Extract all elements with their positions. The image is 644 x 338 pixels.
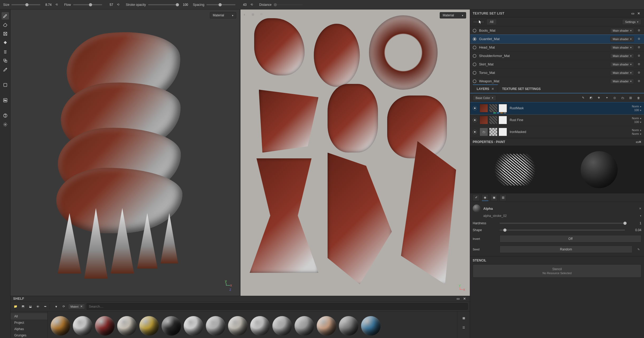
shelf-tag-close-icon[interactable]: ✕ (80, 305, 83, 308)
shelf-category[interactable]: Project (11, 320, 47, 326)
visibility-toggle-icon[interactable] (473, 37, 476, 41)
texture-set-item[interactable]: Weapon_Mat Main shader ▾ ⚙ (470, 77, 644, 84)
layer-mask-thumb[interactable] (489, 128, 498, 136)
help-icon[interactable] (2, 112, 9, 119)
projection-tool-icon[interactable] (2, 30, 9, 37)
brush-tool-icon[interactable] (2, 12, 9, 20)
shader-dropdown[interactable]: Main shader ▾ (610, 28, 634, 33)
vp-warning-icon[interactable]: ▲ (242, 11, 247, 17)
eraser-tool-icon[interactable] (2, 21, 9, 28)
3d-viewport[interactable]: Material ▾ y └─x z (11, 9, 240, 296)
props-close-icon[interactable]: ✕ (639, 140, 641, 144)
tsl-solo-tab[interactable] (473, 21, 484, 23)
material-thumbnail[interactable] (317, 316, 336, 336)
layer-name[interactable]: RustMask (510, 106, 629, 110)
2d-viewport[interactable]: ▲ ▦ ⟳ Material ▾ y└─x (240, 9, 470, 296)
tsl-all-tab[interactable]: All (486, 19, 497, 25)
shelf-send-icon[interactable]: ➥ (42, 304, 48, 310)
material-thumbnail[interactable] (228, 316, 248, 336)
shelf-hide-icon[interactable]: 👁 (35, 304, 41, 310)
tsl-settings-dropdown[interactable]: Settings▾ (622, 19, 641, 25)
shape-slider[interactable]: Shape 0.04 (473, 227, 641, 234)
material-thumbnail[interactable] (51, 316, 70, 336)
spacing-track[interactable] (206, 4, 235, 5)
clone-tool-icon[interactable] (2, 57, 9, 64)
layer-row[interactable]: Rust Fine Norm▾ 100▾ (470, 114, 644, 126)
smudge-tool-icon[interactable] (2, 48, 9, 55)
props-undock-icon[interactable]: ▭ (636, 140, 639, 144)
layer-mask-thumb[interactable] (489, 104, 498, 112)
shelf-list-view-icon[interactable]: ☰ (460, 324, 467, 331)
vp-grid-icon[interactable]: ▦ (250, 11, 256, 17)
shelf-undock-icon[interactable]: ▭ (456, 296, 461, 301)
shelf-import-icon[interactable]: ⬒ (20, 304, 26, 310)
layer-mask-thumb[interactable] (489, 116, 498, 124)
shader-dropdown[interactable]: Main shader ▾ (610, 45, 634, 50)
tab-close-icon[interactable]: ✕ (491, 87, 494, 91)
stencil-slot[interactable]: Stencil No Resource Selected (473, 264, 641, 278)
panel-undock-icon[interactable]: ▭ (630, 11, 636, 16)
layer-smart-icon[interactable]: ◎ (612, 95, 618, 101)
texture-set-settings-icon[interactable]: ⚙ (637, 62, 641, 67)
layer-name[interactable]: IronMasked (510, 130, 629, 134)
material-thumbnail[interactable] (184, 316, 203, 336)
visibility-toggle-icon[interactable] (473, 63, 476, 66)
layer-opacity[interactable]: 100▾ (634, 120, 641, 123)
flow-link-icon[interactable]: ⟲ (115, 2, 121, 8)
shelf-grid-view-icon[interactable]: ▦ (460, 314, 467, 322)
layer-thumb[interactable] (480, 116, 488, 124)
texture-set-settings-icon[interactable]: ⚙ (637, 45, 641, 50)
shader-dropdown[interactable]: Main shader ▾ (610, 79, 634, 84)
shelf-refresh-icon[interactable]: ⟳ (61, 304, 67, 310)
layer-mask-thumb[interactable] (499, 116, 507, 124)
layer-effect-icon[interactable]: ✎ (580, 95, 586, 101)
seed-edit-icon[interactable]: ✎ (636, 248, 641, 251)
settings-icon[interactable] (2, 121, 9, 128)
layer-visibility-icon[interactable] (473, 106, 477, 110)
layer-mask-thumb[interactable] (499, 104, 507, 112)
invert-toggle[interactable]: Off (500, 235, 641, 242)
texture-set-item[interactable]: ShoulderArmor_Mat Main shader ▾ ⚙ (470, 52, 644, 60)
material-thumbnail[interactable] (361, 316, 381, 336)
texture-set-item[interactable]: Guantlet_Mat Main shader ▾ ⚙ (470, 35, 644, 43)
shelf-active-tag[interactable]: Materi ✕ (68, 304, 85, 309)
texture-set-item[interactable]: Torso_Mat Main shader ▾ ⚙ (470, 69, 644, 77)
shelf-favorite-icon[interactable]: ⬓ (27, 304, 33, 310)
brush-tab-stencil-icon[interactable]: ▣ (491, 194, 498, 201)
texture-set-settings-icon[interactable]: ⚙ (637, 54, 641, 58)
visibility-toggle-icon[interactable] (473, 46, 476, 49)
viewport-material-dropdown[interactable]: Material ▾ (210, 12, 236, 18)
shelf-category[interactable]: Alphas (11, 326, 47, 332)
seed-button[interactable]: Random (500, 246, 632, 253)
brush-tab-brush-icon[interactable]: ✐ (473, 194, 480, 201)
blend-mode-dropdown[interactable]: Norm▾ (632, 117, 641, 120)
blend-mode-dropdown[interactable]: Norm▾ (632, 128, 641, 132)
texture-set-settings-icon[interactable]: ⚙ (637, 79, 641, 84)
texture-set-settings-icon[interactable]: ⚙ (637, 70, 641, 75)
shelf-search-input[interactable] (87, 303, 468, 310)
material-thumbnail[interactable] (206, 316, 225, 336)
texture-set-item[interactable]: Skirt_Mat Main shader ▾ ⚙ (470, 60, 644, 69)
vp-sync-icon[interactable]: ⟳ (258, 11, 264, 17)
channel-dropdown[interactable]: Base Color▾ (473, 95, 496, 101)
shelf-category[interactable]: All (11, 313, 47, 320)
layer-row[interactable]: RustMask Norm▾ 100▾ (470, 102, 644, 114)
tab-texture-set-settings[interactable]: TEXTURE SET SETTINGS (499, 85, 544, 93)
shelf-close-icon[interactable]: ✕ (462, 296, 467, 301)
blend-mode-dropdown[interactable]: Norm▾ (632, 105, 641, 108)
viewport-material-dropdown-2d[interactable]: Material ▾ (440, 12, 466, 18)
layer-thumb[interactable] (480, 104, 488, 112)
layer-folder-icon[interactable]: 🗀 (620, 95, 626, 101)
tab-layers[interactable]: LAYERS ✕ (473, 84, 498, 93)
shelf-category[interactable]: Grunges (11, 332, 47, 338)
layer-opacity[interactable]: 100▾ (634, 108, 641, 112)
visibility-toggle-icon[interactable] (473, 71, 476, 75)
blend-mode-dropdown[interactable]: Norm▾ (632, 132, 641, 135)
layer-fill-icon[interactable]: ❖ (596, 95, 602, 101)
alpha-clear-icon[interactable]: ✕ (639, 207, 641, 210)
layer-row[interactable]: 🗀 IronMasked Norm▾ Norm▾ (470, 126, 644, 138)
material-thumbnail[interactable] (162, 316, 181, 336)
spacing-link-icon[interactable]: ⟲ (249, 2, 254, 8)
alpha-resource-dropdown[interactable]: alpha_stroke_02 ▾ (473, 213, 641, 220)
texture-set-item[interactable]: Boots_Mat Main shader ▾ ⚙ (470, 26, 644, 35)
